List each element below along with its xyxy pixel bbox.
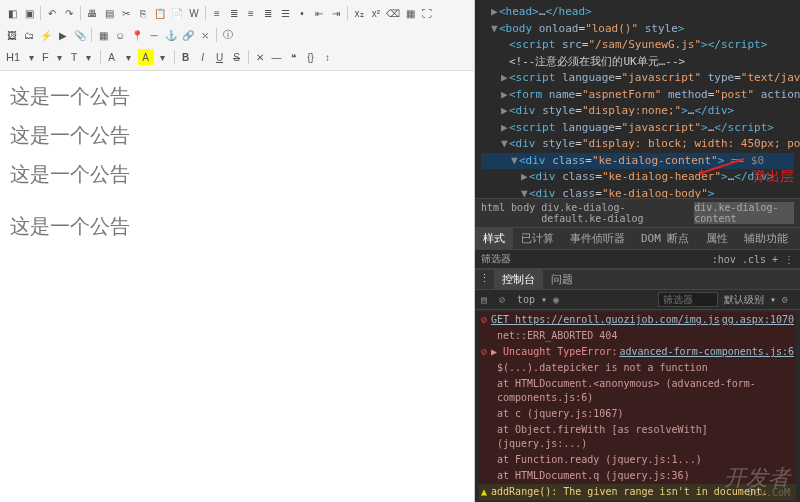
flash-icon[interactable]: ⚡ xyxy=(38,27,54,43)
quote-icon[interactable]: ❝ xyxy=(286,49,302,65)
fullscreen-icon[interactable]: ⛶ xyxy=(419,5,435,21)
copy-icon[interactable]: ⎘ xyxy=(135,5,151,21)
forecolor-icon[interactable]: A xyxy=(104,49,120,65)
tab-console[interactable]: 控制台 xyxy=(494,270,543,289)
sidebar-toggle-icon[interactable]: ▤ xyxy=(481,294,493,306)
settings-icon[interactable]: ⚙ xyxy=(782,294,794,306)
heading-select[interactable]: H1 xyxy=(4,51,22,63)
console-message[interactable]: at c (jquery.js:1067) xyxy=(479,406,796,422)
source-icon[interactable]: ◧ xyxy=(4,5,20,21)
code-line[interactable]: <script src="/sam/SyunewG.js"></script> xyxy=(481,37,794,54)
breadcrumb-item[interactable]: html xyxy=(481,202,505,224)
font-select[interactable]: F xyxy=(40,51,51,63)
tab-issues[interactable]: 问题 xyxy=(543,270,581,289)
paste-word-icon[interactable]: W xyxy=(186,5,202,21)
console-message[interactable]: at HTMLDocument.q (jquery.js:36) xyxy=(479,468,796,484)
cut-icon[interactable]: ✂ xyxy=(118,5,134,21)
chevron-down-icon[interactable]: ▾ xyxy=(52,49,68,65)
link-icon[interactable]: 🔗 xyxy=(180,27,196,43)
anchor-icon[interactable]: ⚓ xyxy=(163,27,179,43)
code-line[interactable]: ▼<div style="display: block; width: 450p… xyxy=(481,136,794,153)
code-line[interactable]: ▼<body onload="load()" style> xyxy=(481,21,794,38)
file-icon[interactable]: 📎 xyxy=(72,27,88,43)
image-icon[interactable]: 🖼 xyxy=(4,27,20,43)
chevron-down-icon[interactable]: ▾ xyxy=(121,49,137,65)
justify-full-icon[interactable]: ≣ xyxy=(260,5,276,21)
strike-icon[interactable]: S xyxy=(229,49,245,65)
media-icon[interactable]: ▶ xyxy=(55,27,71,43)
hr-icon[interactable]: — xyxy=(269,49,285,65)
code-line[interactable]: ▶<div class="ke-dialog-header">…</div> xyxy=(481,169,794,186)
bold-icon[interactable]: B xyxy=(178,49,194,65)
print-icon[interactable]: 🖶 xyxy=(84,5,100,21)
chevron-down-icon[interactable]: ▾ xyxy=(81,49,97,65)
code-icon[interactable]: {} xyxy=(303,49,319,65)
underline-icon[interactable]: U xyxy=(212,49,228,65)
table-icon[interactable]: ▦ xyxy=(95,27,111,43)
code-line[interactable]: ▶<div style="display:none;">…</div> xyxy=(481,103,794,120)
size-select[interactable]: T xyxy=(69,51,80,63)
console-output[interactable]: ⊘ GET https://enroll.guozijob.com/img.js… xyxy=(475,310,800,502)
justify-left-icon[interactable]: ≡ xyxy=(209,5,225,21)
justify-right-icon[interactable]: ≡ xyxy=(243,5,259,21)
clear-format-icon[interactable]: ⌫ xyxy=(385,5,401,21)
breadcrumb-item[interactable]: div.ke-dialog-default.ke-dialog xyxy=(541,202,688,224)
emoticon-icon[interactable]: ☺ xyxy=(112,27,128,43)
undo-icon[interactable]: ↶ xyxy=(44,5,60,21)
outdent-icon[interactable]: ⇤ xyxy=(311,5,327,21)
more-icon[interactable]: ⋮ xyxy=(784,254,794,265)
template-icon[interactable]: ▤ xyxy=(101,5,117,21)
code-line[interactable]: ▶<form name="aspnetForm" method="post" a… xyxy=(481,87,794,104)
map-icon[interactable]: 📍 xyxy=(129,27,145,43)
console-message[interactable]: ⊘ GET https://enroll.guozijob.com/img.js… xyxy=(479,312,796,328)
hov-toggle[interactable]: :hov xyxy=(712,254,736,265)
console-message[interactable]: ⊘▶ Uncaught TypeError:advanced-form-comp… xyxy=(479,344,796,360)
console-message[interactable]: $(...).datepicker is not a function xyxy=(479,360,796,376)
unlink-icon[interactable]: ⤫ xyxy=(197,27,213,43)
console-message[interactable]: ▲addRange(): The given range isn't in do… xyxy=(479,484,796,500)
code-line[interactable]: ▶<head>…</head> xyxy=(481,4,794,21)
backcolor-icon[interactable]: A xyxy=(138,49,154,65)
about-icon[interactable]: ⓘ xyxy=(220,27,236,43)
code-line[interactable]: ▼<div class="ke-dialog-body"> xyxy=(481,186,794,199)
breadcrumb-item[interactable]: body xyxy=(511,202,535,224)
superscript-icon[interactable]: x² xyxy=(368,5,384,21)
ordered-list-icon[interactable]: ☰ xyxy=(277,5,293,21)
redo-icon[interactable]: ↷ xyxy=(61,5,77,21)
level-select[interactable]: 默认级别 xyxy=(724,293,764,307)
chevron-down-icon[interactable]: ▾ xyxy=(770,294,776,305)
code-line[interactable]: <!--注意必须在我们的UK单元…--> xyxy=(481,54,794,71)
new-rule-button[interactable]: + xyxy=(772,254,778,265)
tab-dom-breakpoints[interactable]: DOM 断点 xyxy=(633,228,698,249)
drawer-handle-icon[interactable]: ⋮ xyxy=(475,270,494,289)
tab-computed[interactable]: 已计算 xyxy=(513,228,562,249)
code-line[interactable]: ▶<script language="javascript">…</script… xyxy=(481,120,794,137)
justify-center-icon[interactable]: ≣ xyxy=(226,5,242,21)
tab-properties[interactable]: 属性 xyxy=(698,228,736,249)
paste-text-icon[interactable]: 📄 xyxy=(169,5,185,21)
eye-icon[interactable]: ◉ xyxy=(553,294,565,306)
pagebreak-icon[interactable]: ─ xyxy=(146,27,162,43)
code-line[interactable]: ▶<script language="javascript" type="tex… xyxy=(481,70,794,87)
paste-icon[interactable]: 📋 xyxy=(152,5,168,21)
tab-accessibility[interactable]: 辅助功能 xyxy=(736,228,796,249)
console-message[interactable]: at Object.fireWith [as resolveWith] (jqu… xyxy=(479,422,796,452)
unordered-list-icon[interactable]: • xyxy=(294,5,310,21)
italic-icon[interactable]: I xyxy=(195,49,211,65)
line-height-icon[interactable]: ↕ xyxy=(320,49,336,65)
subscript-icon[interactable]: x₂ xyxy=(351,5,367,21)
console-message[interactable]: net::ERR_ABORTED 404 xyxy=(479,328,796,344)
console-message[interactable]: at HTMLDocument.<anonymous> (advanced-fo… xyxy=(479,376,796,406)
editor-content-area[interactable]: 这是一个公告 这是一个公告 这是一个公告 这是一个公告 xyxy=(0,71,474,264)
cls-toggle[interactable]: .cls xyxy=(742,254,766,265)
multi-image-icon[interactable]: 🗂 xyxy=(21,27,37,43)
tab-styles[interactable]: 样式 xyxy=(475,228,513,249)
elements-tree[interactable]: ▶<head>…</head>▼<body onload="load()" st… xyxy=(475,0,800,198)
context-select[interactable]: top xyxy=(517,294,535,305)
console-message[interactable]: at Function.ready (jquery.js:1...) xyxy=(479,452,796,468)
breadcrumb-item[interactable]: div.ke-dialog-content xyxy=(694,202,794,224)
remove-format-icon[interactable]: ✕ xyxy=(252,49,268,65)
indent-icon[interactable]: ⇥ xyxy=(328,5,344,21)
chevron-down-icon[interactable]: ▾ xyxy=(155,49,171,65)
code-line[interactable]: ▼<div class="ke-dialog-content"> == $0 xyxy=(481,153,794,170)
